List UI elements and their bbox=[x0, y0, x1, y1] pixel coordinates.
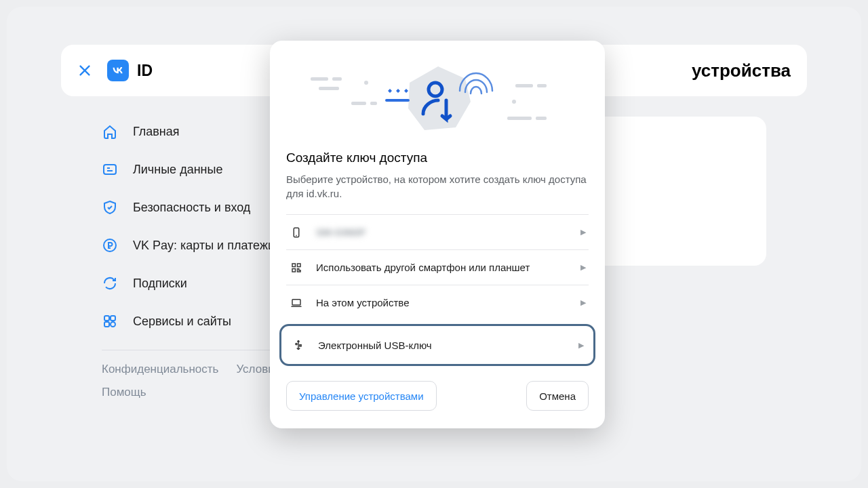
svg-point-16 bbox=[512, 100, 516, 104]
chevron-right-icon: ▶ bbox=[578, 341, 584, 350]
option-label: SM-G960F bbox=[316, 226, 568, 238]
vk-logo bbox=[107, 60, 129, 81]
svg-point-15 bbox=[364, 81, 368, 85]
svg-point-5 bbox=[111, 322, 115, 327]
cancel-button[interactable]: Отмена bbox=[526, 381, 589, 411]
brand-id: ID bbox=[137, 62, 153, 80]
footer-privacy[interactable]: Конфиденциальность bbox=[102, 363, 218, 376]
sidebar: Главная Личные данные Безопасность и вхо… bbox=[102, 113, 292, 399]
svg-rect-10 bbox=[370, 102, 377, 105]
svg-rect-20 bbox=[292, 264, 296, 267]
svg-rect-3 bbox=[111, 316, 115, 321]
apps-icon bbox=[102, 313, 118, 329]
option-label: Электронный USB-ключ bbox=[318, 340, 566, 351]
footer-help[interactable]: Помощь bbox=[102, 386, 146, 399]
svg-rect-8 bbox=[319, 87, 339, 90]
sidebar-item-label: Личные данные bbox=[133, 163, 222, 177]
shield-check-icon bbox=[102, 199, 118, 216]
page-title: устройства bbox=[692, 60, 791, 81]
option-label: Использовать другой смартфон или планшет bbox=[316, 262, 568, 273]
sidebar-item-subscriptions[interactable]: Подписки bbox=[102, 264, 292, 302]
usb-icon bbox=[291, 339, 306, 351]
chevron-right-icon: ▶ bbox=[580, 263, 586, 272]
modal-title: Создайте ключ доступа bbox=[286, 150, 589, 165]
svg-rect-18 bbox=[385, 99, 410, 102]
sidebar-footer: Конфиденциальность Условия Помощь bbox=[102, 363, 292, 399]
option-existing-phone[interactable]: SM-G960F ▶ bbox=[286, 214, 589, 249]
sidebar-item-vkpay[interactable]: VK Pay: карты и платежи bbox=[102, 226, 292, 264]
svg-rect-7 bbox=[332, 77, 342, 81]
svg-rect-14 bbox=[536, 117, 547, 120]
sidebar-item-label: Главная bbox=[133, 125, 180, 139]
sidebar-item-personal[interactable]: Личные данные bbox=[102, 150, 292, 188]
refresh-icon bbox=[102, 275, 118, 291]
smartphone-icon bbox=[289, 226, 304, 239]
passkey-modal: Создайте ключ доступа Выберите устройств… bbox=[270, 41, 605, 428]
svg-point-24 bbox=[296, 343, 297, 344]
svg-rect-13 bbox=[507, 117, 532, 120]
option-usb-key[interactable]: Электронный USB-ключ ▶ bbox=[279, 324, 595, 366]
sidebar-item-label: Сервисы и сайты bbox=[133, 314, 231, 329]
svg-rect-23 bbox=[292, 299, 300, 304]
sidebar-item-label: VK Pay: карты и платежи bbox=[133, 239, 275, 253]
option-this-device[interactable]: На этом устройстве ▶ bbox=[286, 285, 589, 320]
ruble-icon bbox=[102, 237, 118, 253]
sidebar-item-security[interactable]: Безопасность и вход bbox=[102, 188, 292, 226]
manage-devices-button[interactable]: Управление устройствами bbox=[286, 381, 437, 411]
svg-rect-25 bbox=[300, 345, 301, 346]
chevron-right-icon: ▶ bbox=[580, 298, 586, 307]
option-label: На этом устройстве bbox=[316, 297, 568, 308]
id-card-icon bbox=[102, 161, 118, 178]
modal-description: Выберите устройство, на котором хотите с… bbox=[286, 172, 589, 201]
sidebar-item-label: Безопасность и вход bbox=[133, 201, 250, 215]
close-icon[interactable] bbox=[77, 63, 92, 78]
home-icon bbox=[102, 123, 118, 140]
svg-rect-22 bbox=[292, 268, 296, 272]
option-other-phone[interactable]: Использовать другой смартфон или планшет… bbox=[286, 249, 589, 285]
svg-rect-0 bbox=[104, 165, 116, 174]
sidebar-item-home[interactable]: Главная bbox=[102, 113, 292, 150]
svg-rect-9 bbox=[351, 102, 366, 105]
svg-rect-4 bbox=[104, 322, 109, 327]
svg-rect-12 bbox=[537, 84, 547, 87]
sidebar-item-label: Подписки bbox=[133, 277, 187, 291]
passkey-illustration bbox=[270, 54, 605, 146]
device-options: SM-G960F ▶ Использовать другой смартфон … bbox=[286, 214, 589, 366]
svg-rect-2 bbox=[104, 316, 109, 321]
chevron-right-icon: ▶ bbox=[580, 228, 586, 237]
sidebar-item-services[interactable]: Сервисы и сайты bbox=[102, 302, 292, 340]
svg-rect-11 bbox=[515, 84, 533, 87]
svg-rect-6 bbox=[311, 77, 328, 81]
laptop-icon bbox=[289, 297, 304, 309]
svg-rect-21 bbox=[298, 264, 301, 267]
qr-icon bbox=[289, 262, 304, 274]
